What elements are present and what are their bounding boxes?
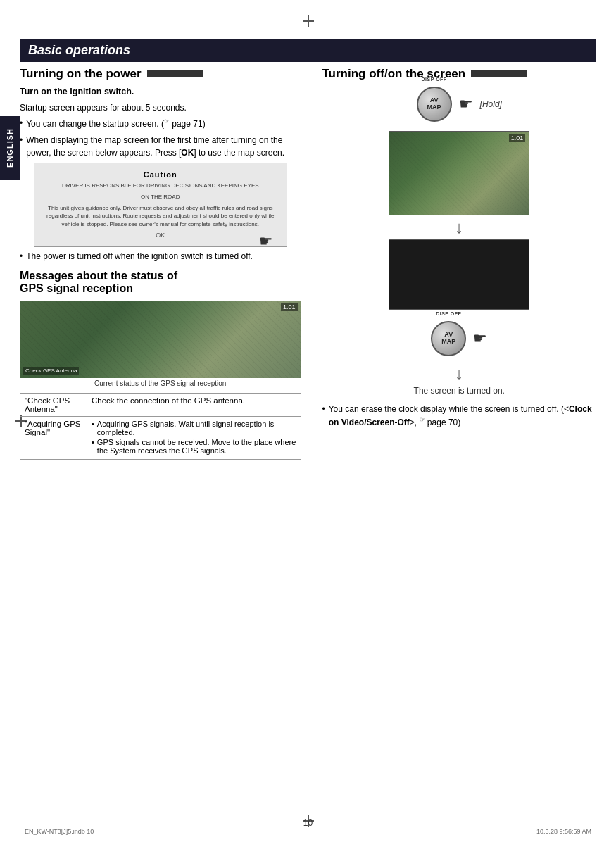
corner-mark-tr xyxy=(602,6,610,14)
screen-off-display xyxy=(389,239,529,310)
screen-on-label: The screen is turned on. xyxy=(322,386,597,396)
map-text-2: MAP xyxy=(441,339,455,346)
bullet-dot-clock: • xyxy=(322,403,325,429)
cell-bullet-text-2: GPS signals cannot be received. Move to … xyxy=(97,438,296,455)
av-map-text: AV MAP xyxy=(427,97,441,111)
hand-press-icon: ☛ xyxy=(473,329,487,348)
section2-title: Messages about the status of GPS signal … xyxy=(20,270,177,295)
caution-body: This unit gives guidance only. Driver mu… xyxy=(42,204,279,228)
map-text: MAP xyxy=(427,104,441,111)
map-screen-time: 1:01 xyxy=(509,134,526,142)
section3-heading-block: Turning off/on the screen xyxy=(322,67,597,81)
table-cell-key-2: "Acquiring GPS Signal" xyxy=(20,416,87,459)
section2-heading-block: Messages about the status of GPS signal … xyxy=(20,270,301,295)
table-row: "Check GPS Antenna" Check the connection… xyxy=(20,393,301,416)
right-column: Turning off/on the screen DISP OFF AV MA… xyxy=(315,67,597,460)
bullet-startup-screen: • You can change the startup screen. (☞ … xyxy=(20,117,301,130)
caution-screenshot: Caution DRIVER IS RESPONSIBLE FOR DRIVIN… xyxy=(34,163,287,247)
bullet-clock-text: You can erase the clock display while th… xyxy=(329,403,596,429)
map-status-text: Check GPS Antenna xyxy=(23,367,79,375)
disp-off-label-2: DISP OFF xyxy=(436,311,461,316)
bullet-power-off: • The power is turned off when the ignit… xyxy=(20,250,301,263)
bullet-map-text: When displaying the map screen for the f… xyxy=(26,134,301,159)
caution-ok: OK xyxy=(153,232,168,239)
gps-bullet-2: • GPS signals cannot be received. Move t… xyxy=(92,438,296,455)
gps-status-table: "Check GPS Antenna" Check the connection… xyxy=(20,393,301,460)
caution-line2: ON THE ROAD xyxy=(141,193,180,201)
section1-title: Turning on the power xyxy=(20,67,142,81)
gps-map-label: Current status of the GPS signal recepti… xyxy=(20,379,301,387)
map-screen-on: 1:01 xyxy=(389,131,529,215)
bullet-power-text: The power is turned off when the ignitio… xyxy=(26,250,253,263)
ref-icon-2: ☞ xyxy=(420,416,425,423)
startup-text: Startup screen appears for about 5 secon… xyxy=(20,101,301,114)
page-number: 10 xyxy=(303,818,313,828)
bullet-map-screen: • When displaying the map screen for the… xyxy=(20,134,301,159)
hand-hold-icon: ☛ xyxy=(459,95,473,113)
section1-heading-block: Turning on the power xyxy=(20,67,301,81)
disp-off-container-2: DISP OFF AV MAP ☛ xyxy=(322,315,597,360)
av-map-button-2[interactable]: AV MAP xyxy=(431,321,466,356)
arrow-down-icon: ↓ xyxy=(322,219,597,236)
av-map-text-2: AV MAP xyxy=(441,332,455,346)
footer-timestamp: 10.3.28 9:56:59 AM xyxy=(536,828,591,835)
table-row: "Acquiring GPS Signal" • Acquiring GPS s… xyxy=(20,416,301,459)
chapter-title: Basic operations xyxy=(28,43,588,58)
caution-screenshot-container: Caution DRIVER IS RESPONSIBLE FOR DRIVIN… xyxy=(34,163,287,247)
gps-bullet-1: • Acquiring GPS signals. Wait until sign… xyxy=(92,420,296,436)
hold-label: [Hold] xyxy=(480,99,502,109)
footer-file-info: EN_KW-NT3[J]5.indb 10 xyxy=(25,828,94,835)
page-content: Turning on the power Turn on the ignitio… xyxy=(20,67,596,810)
hand-cursor-icon: ☛ xyxy=(259,232,273,251)
cell-bullet-dot-2: • xyxy=(92,438,94,455)
corner-mark-br xyxy=(602,828,610,836)
ignition-subheading: Turn on the ignition switch. xyxy=(20,85,301,99)
table-cell-key-1: "Check GPS Antenna" xyxy=(20,393,87,416)
caution-line1: DRIVER IS RESPONSIBLE FOR DRIVING DECISI… xyxy=(62,182,259,189)
ref-icon-1: ☞ xyxy=(164,118,170,125)
bullet-startup-text: You can change the startup screen. (☞ pa… xyxy=(26,117,205,130)
language-tab: ENGLISH xyxy=(0,116,20,180)
table-cell-value-2: • Acquiring GPS signals. Wait until sign… xyxy=(87,416,301,459)
chapter-header: Basic operations xyxy=(20,39,596,62)
disp-button-wrapper: DISP OFF AV MAP xyxy=(417,87,452,122)
bullet-clock-erase: • You can erase the clock display while … xyxy=(322,403,597,429)
arrow-down-icon-2: ↓ xyxy=(322,365,597,382)
bullet-dot-2: • xyxy=(20,134,23,159)
cell-bullet-dot-1: • xyxy=(92,420,94,436)
cell-bullet-text-1: Acquiring GPS signals. Wait until signal… xyxy=(97,420,296,436)
corner-mark-bl xyxy=(6,828,14,836)
right-col-inner: Turning off/on the screen DISP OFF AV MA… xyxy=(315,67,597,429)
map-on-container: 1:01 xyxy=(389,131,529,215)
crosshair-top xyxy=(303,15,314,27)
two-column-layout: Turning on the power Turn on the ignitio… xyxy=(20,67,596,460)
left-column: Turning on the power Turn on the ignitio… xyxy=(20,67,301,460)
disp-off-label: DISP OFF xyxy=(421,77,446,82)
gps-map-screenshot: 1:01 Check GPS Antenna xyxy=(20,301,301,378)
map-time-display: 1:01 xyxy=(281,303,298,311)
bullet-dot-1: • xyxy=(20,117,23,130)
av-map-button[interactable]: AV MAP xyxy=(417,87,452,122)
table-cell-value-1: Check the connection of the GPS antenna. xyxy=(87,393,301,416)
gps-map-container: 1:01 Check GPS Antenna Current status of… xyxy=(20,301,301,387)
heading-bar-1 xyxy=(147,70,203,77)
language-label: ENGLISH xyxy=(6,128,14,168)
heading-bar-3 xyxy=(471,70,527,77)
corner-mark-tl xyxy=(6,6,14,14)
dark-screen-container xyxy=(389,239,529,310)
disp-button-wrapper-2: DISP OFF AV MAP xyxy=(431,321,466,356)
caution-title: Caution xyxy=(144,170,177,179)
disp-off-container: DISP OFF AV MAP ☛ [Hold] xyxy=(322,87,597,125)
bullet-dot-3: • xyxy=(20,250,23,263)
